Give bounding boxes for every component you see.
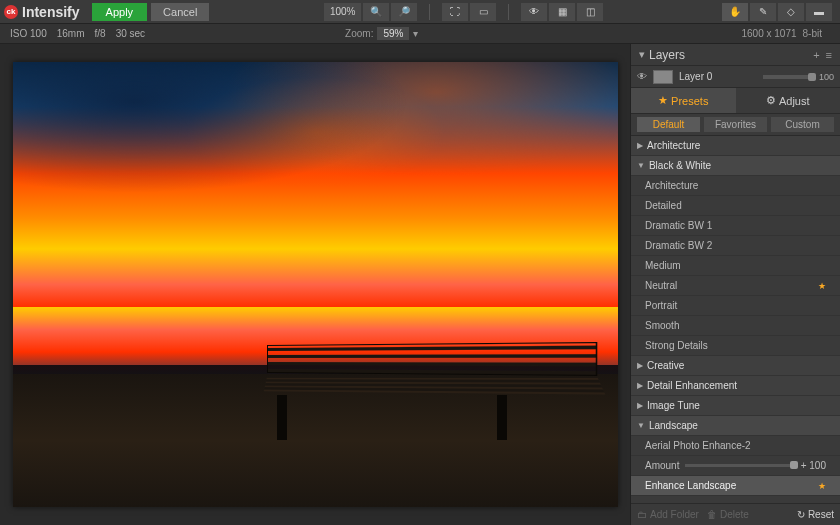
preset-item[interactable]: Architecture bbox=[631, 176, 840, 196]
layers-disclosure-icon[interactable]: ▾ bbox=[639, 48, 645, 61]
divider bbox=[429, 4, 430, 20]
zoom-100-button[interactable]: 100% bbox=[324, 3, 362, 21]
subtab-default[interactable]: Default bbox=[637, 117, 700, 132]
amount-label: Amount bbox=[645, 460, 679, 471]
category-image-tune[interactable]: ▶Image Tune bbox=[631, 396, 840, 416]
focal-length: 16mm bbox=[57, 28, 85, 39]
preset-item-selected[interactable]: Enhance Landscape★ bbox=[631, 476, 840, 496]
category-detail-enhancement[interactable]: ▶Detail Enhancement bbox=[631, 376, 840, 396]
layer-menu-icon[interactable]: ≡ bbox=[826, 49, 832, 61]
layers-header: ▾ Layers + ≡ bbox=[631, 44, 840, 66]
hand-tool-icon[interactable]: ✋ bbox=[722, 3, 748, 21]
category-creative[interactable]: ▶Creative bbox=[631, 356, 840, 376]
star-icon: ★ bbox=[658, 94, 668, 107]
split-view-icon[interactable]: ◫ bbox=[577, 3, 603, 21]
subtab-custom[interactable]: Custom bbox=[771, 117, 834, 132]
tab-presets[interactable]: ★Presets bbox=[631, 88, 736, 113]
info-bar: ISO 100 16mm f/8 30 sec Zoom: 59% ▾ 1600… bbox=[0, 24, 840, 44]
gradient-tool-icon[interactable]: ▬ bbox=[806, 3, 832, 21]
brush-tool-icon[interactable]: ✎ bbox=[750, 3, 776, 21]
canvas-area[interactable] bbox=[0, 44, 630, 525]
iso-value: ISO 100 bbox=[10, 28, 47, 39]
apply-button[interactable]: Apply bbox=[92, 3, 148, 21]
right-sidebar: ▾ Layers + ≡ 👁 Layer 0 100 ★Presets ⚙Adj… bbox=[630, 44, 840, 525]
preset-item[interactable]: Dramatic BW 1 bbox=[631, 216, 840, 236]
image-dimensions: 1600 x 1071 bbox=[741, 28, 796, 39]
eraser-tool-icon[interactable]: ◇ bbox=[778, 3, 804, 21]
reset-button[interactable]: ↻Reset bbox=[797, 509, 834, 520]
layer-opacity-value: 100 bbox=[819, 72, 834, 82]
preset-item[interactable]: Portrait bbox=[631, 296, 840, 316]
category-black-white[interactable]: ▼Black & White bbox=[631, 156, 840, 176]
chevron-down-icon: ▼ bbox=[637, 161, 645, 170]
favorite-star-icon[interactable]: ★ bbox=[818, 281, 826, 291]
category-landscape[interactable]: ▼Landscape bbox=[631, 416, 840, 436]
actual-size-icon[interactable]: ▭ bbox=[470, 3, 496, 21]
layer-row[interactable]: 👁 Layer 0 100 bbox=[631, 66, 840, 88]
layer-opacity-slider[interactable] bbox=[763, 75, 813, 79]
add-layer-icon[interactable]: + bbox=[813, 49, 819, 61]
bit-depth: 8-bit bbox=[803, 28, 822, 39]
app-name: Intensify bbox=[22, 4, 80, 20]
preset-item[interactable]: Medium bbox=[631, 256, 840, 276]
zoom-out-icon[interactable]: 🔍 bbox=[363, 3, 389, 21]
mode-tabs: ★Presets ⚙Adjust bbox=[631, 88, 840, 114]
zoom-in-icon[interactable]: 🔎 bbox=[391, 3, 417, 21]
app-logo-icon: ck bbox=[4, 5, 18, 19]
layer-name: Layer 0 bbox=[679, 71, 757, 82]
reset-icon: ↻ bbox=[797, 509, 805, 520]
cancel-button[interactable]: Cancel bbox=[151, 3, 209, 21]
amount-row: Amount + 100 bbox=[631, 456, 840, 476]
preset-item[interactable]: Strong Details bbox=[631, 336, 840, 356]
subtab-favorites[interactable]: Favorites bbox=[704, 117, 767, 132]
favorite-star-icon[interactable]: ★ bbox=[818, 481, 826, 491]
compare-icon[interactable]: ▦ bbox=[549, 3, 575, 21]
preset-subtabs: Default Favorites Custom bbox=[631, 114, 840, 136]
layer-thumbnail bbox=[653, 70, 673, 84]
delete-button: 🗑Delete bbox=[707, 509, 749, 520]
chevron-down-icon: ▼ bbox=[637, 421, 645, 430]
trash-icon: 🗑 bbox=[707, 509, 717, 520]
divider bbox=[508, 4, 509, 20]
sliders-icon: ⚙ bbox=[766, 94, 776, 107]
fit-screen-icon[interactable]: ⛶ bbox=[442, 3, 468, 21]
zoom-dropdown-icon[interactable]: ▾ bbox=[413, 28, 418, 39]
category-architecture[interactable]: ▶Architecture bbox=[631, 136, 840, 156]
top-toolbar: ck Intensify Apply Cancel 100% 🔍 🔎 ⛶ ▭ 👁… bbox=[0, 0, 840, 24]
aperture: f/8 bbox=[95, 28, 106, 39]
preset-item[interactable]: Detailed bbox=[631, 196, 840, 216]
tab-adjust[interactable]: ⚙Adjust bbox=[736, 88, 841, 113]
preview-icon[interactable]: 👁 bbox=[521, 3, 547, 21]
preset-item[interactable]: Smooth bbox=[631, 316, 840, 336]
amount-slider[interactable] bbox=[685, 464, 794, 467]
amount-value: + 100 bbox=[801, 460, 826, 471]
chevron-right-icon: ▶ bbox=[637, 381, 643, 390]
layer-visibility-icon[interactable]: 👁 bbox=[637, 71, 647, 82]
folder-icon: 🗀 bbox=[637, 509, 647, 520]
sidebar-footer: 🗀Add Folder 🗑Delete ↻Reset bbox=[631, 503, 840, 525]
add-folder-button: 🗀Add Folder bbox=[637, 509, 699, 520]
preset-item[interactable]: Neutral★ bbox=[631, 276, 840, 296]
chevron-right-icon: ▶ bbox=[637, 141, 643, 150]
zoom-control: Zoom: 59% ▾ bbox=[345, 27, 418, 40]
layers-title: Layers bbox=[649, 48, 807, 62]
preset-item[interactable]: Aerial Photo Enhance-2 bbox=[631, 436, 840, 456]
preset-item[interactable]: Dramatic BW 2 bbox=[631, 236, 840, 256]
photo-preview[interactable] bbox=[13, 62, 618, 507]
chevron-right-icon: ▶ bbox=[637, 401, 643, 410]
shutter-speed: 30 sec bbox=[116, 28, 145, 39]
zoom-value[interactable]: 59% bbox=[377, 27, 409, 40]
chevron-right-icon: ▶ bbox=[637, 361, 643, 370]
zoom-label: Zoom: bbox=[345, 28, 373, 39]
preset-list[interactable]: ▶Architecture ▼Black & White Architectur… bbox=[631, 136, 840, 503]
